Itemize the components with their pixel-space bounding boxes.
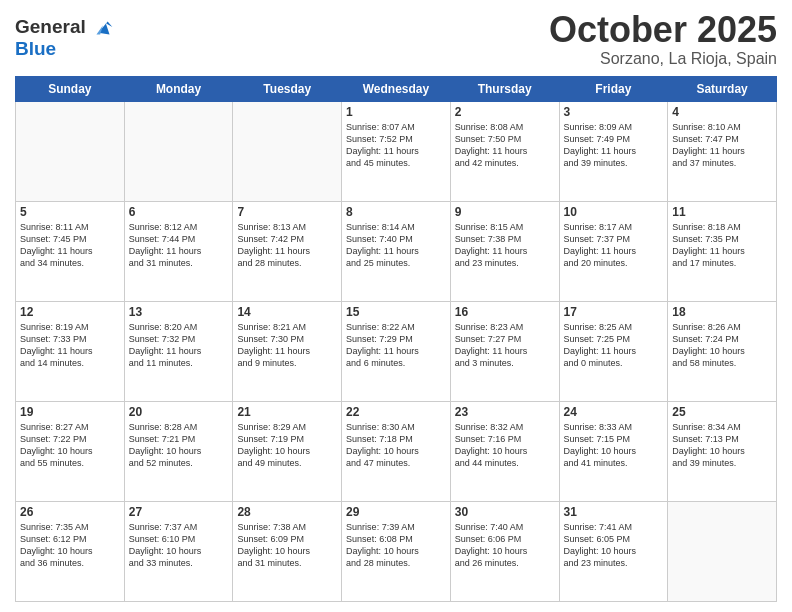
day-number: 28 [237,505,337,519]
day-info: Sunrise: 8:14 AM Sunset: 7:40 PM Dayligh… [346,221,446,270]
calendar-week-row: 5Sunrise: 8:11 AM Sunset: 7:45 PM Daylig… [16,201,777,301]
header: General Blue October 2025 Sorzano, La Ri… [15,10,777,68]
weekday-header-wednesday: Wednesday [342,76,451,101]
calendar-cell: 5Sunrise: 8:11 AM Sunset: 7:45 PM Daylig… [16,201,125,301]
day-number: 10 [564,205,664,219]
day-info: Sunrise: 8:22 AM Sunset: 7:29 PM Dayligh… [346,321,446,370]
day-info: Sunrise: 8:15 AM Sunset: 7:38 PM Dayligh… [455,221,555,270]
calendar-cell: 31Sunrise: 7:41 AM Sunset: 6:05 PM Dayli… [559,501,668,601]
day-number: 1 [346,105,446,119]
day-number: 3 [564,105,664,119]
calendar-cell: 30Sunrise: 7:40 AM Sunset: 6:06 PM Dayli… [450,501,559,601]
day-number: 11 [672,205,772,219]
weekday-header-friday: Friday [559,76,668,101]
calendar-cell: 28Sunrise: 7:38 AM Sunset: 6:09 PM Dayli… [233,501,342,601]
calendar-cell: 26Sunrise: 7:35 AM Sunset: 6:12 PM Dayli… [16,501,125,601]
day-info: Sunrise: 8:33 AM Sunset: 7:15 PM Dayligh… [564,421,664,470]
calendar-week-row: 12Sunrise: 8:19 AM Sunset: 7:33 PM Dayli… [16,301,777,401]
day-number: 8 [346,205,446,219]
day-info: Sunrise: 8:34 AM Sunset: 7:13 PM Dayligh… [672,421,772,470]
page: General Blue October 2025 Sorzano, La Ri… [0,0,792,612]
day-number: 2 [455,105,555,119]
day-info: Sunrise: 8:29 AM Sunset: 7:19 PM Dayligh… [237,421,337,470]
calendar-cell: 3Sunrise: 8:09 AM Sunset: 7:49 PM Daylig… [559,101,668,201]
day-number: 27 [129,505,229,519]
calendar-cell: 21Sunrise: 8:29 AM Sunset: 7:19 PM Dayli… [233,401,342,501]
day-number: 18 [672,305,772,319]
calendar-cell: 8Sunrise: 8:14 AM Sunset: 7:40 PM Daylig… [342,201,451,301]
day-info: Sunrise: 8:21 AM Sunset: 7:30 PM Dayligh… [237,321,337,370]
month-title: October 2025 [549,10,777,50]
day-number: 22 [346,405,446,419]
calendar-week-row: 26Sunrise: 7:35 AM Sunset: 6:12 PM Dayli… [16,501,777,601]
day-number: 29 [346,505,446,519]
calendar-cell: 12Sunrise: 8:19 AM Sunset: 7:33 PM Dayli… [16,301,125,401]
day-info: Sunrise: 8:26 AM Sunset: 7:24 PM Dayligh… [672,321,772,370]
logo-general: General [15,16,86,37]
day-info: Sunrise: 8:09 AM Sunset: 7:49 PM Dayligh… [564,121,664,170]
calendar-cell: 17Sunrise: 8:25 AM Sunset: 7:25 PM Dayli… [559,301,668,401]
calendar-cell [124,101,233,201]
day-number: 25 [672,405,772,419]
day-info: Sunrise: 8:13 AM Sunset: 7:42 PM Dayligh… [237,221,337,270]
calendar-cell: 18Sunrise: 8:26 AM Sunset: 7:24 PM Dayli… [668,301,777,401]
day-number: 23 [455,405,555,419]
logo: General Blue [15,14,117,60]
calendar-cell: 1Sunrise: 8:07 AM Sunset: 7:52 PM Daylig… [342,101,451,201]
calendar-cell: 11Sunrise: 8:18 AM Sunset: 7:35 PM Dayli… [668,201,777,301]
day-info: Sunrise: 8:07 AM Sunset: 7:52 PM Dayligh… [346,121,446,170]
day-info: Sunrise: 8:23 AM Sunset: 7:27 PM Dayligh… [455,321,555,370]
day-number: 31 [564,505,664,519]
day-info: Sunrise: 8:18 AM Sunset: 7:35 PM Dayligh… [672,221,772,270]
day-number: 19 [20,405,120,419]
day-info: Sunrise: 7:39 AM Sunset: 6:08 PM Dayligh… [346,521,446,570]
calendar-header-row: SundayMondayTuesdayWednesdayThursdayFrid… [16,76,777,101]
calendar-cell: 9Sunrise: 8:15 AM Sunset: 7:38 PM Daylig… [450,201,559,301]
day-number: 14 [237,305,337,319]
day-info: Sunrise: 8:30 AM Sunset: 7:18 PM Dayligh… [346,421,446,470]
weekday-header-tuesday: Tuesday [233,76,342,101]
day-number: 24 [564,405,664,419]
day-info: Sunrise: 7:35 AM Sunset: 6:12 PM Dayligh… [20,521,120,570]
calendar-week-row: 1Sunrise: 8:07 AM Sunset: 7:52 PM Daylig… [16,101,777,201]
day-info: Sunrise: 8:12 AM Sunset: 7:44 PM Dayligh… [129,221,229,270]
day-number: 9 [455,205,555,219]
day-info: Sunrise: 8:11 AM Sunset: 7:45 PM Dayligh… [20,221,120,270]
day-info: Sunrise: 8:25 AM Sunset: 7:25 PM Dayligh… [564,321,664,370]
weekday-header-monday: Monday [124,76,233,101]
day-number: 12 [20,305,120,319]
day-number: 4 [672,105,772,119]
day-info: Sunrise: 8:10 AM Sunset: 7:47 PM Dayligh… [672,121,772,170]
calendar-week-row: 19Sunrise: 8:27 AM Sunset: 7:22 PM Dayli… [16,401,777,501]
calendar-cell: 2Sunrise: 8:08 AM Sunset: 7:50 PM Daylig… [450,101,559,201]
weekday-header-thursday: Thursday [450,76,559,101]
day-number: 26 [20,505,120,519]
calendar-cell: 14Sunrise: 8:21 AM Sunset: 7:30 PM Dayli… [233,301,342,401]
day-number: 17 [564,305,664,319]
logo-text: General Blue [15,14,117,60]
calendar-cell: 6Sunrise: 8:12 AM Sunset: 7:44 PM Daylig… [124,201,233,301]
day-info: Sunrise: 8:17 AM Sunset: 7:37 PM Dayligh… [564,221,664,270]
calendar-cell: 7Sunrise: 8:13 AM Sunset: 7:42 PM Daylig… [233,201,342,301]
logo-bird-icon [89,14,117,42]
calendar-cell: 25Sunrise: 8:34 AM Sunset: 7:13 PM Dayli… [668,401,777,501]
calendar-cell [16,101,125,201]
calendar-cell: 24Sunrise: 8:33 AM Sunset: 7:15 PM Dayli… [559,401,668,501]
day-info: Sunrise: 8:08 AM Sunset: 7:50 PM Dayligh… [455,121,555,170]
title-block: October 2025 Sorzano, La Rioja, Spain [549,10,777,68]
calendar-cell: 20Sunrise: 8:28 AM Sunset: 7:21 PM Dayli… [124,401,233,501]
calendar-cell [233,101,342,201]
day-number: 16 [455,305,555,319]
day-number: 13 [129,305,229,319]
day-info: Sunrise: 7:40 AM Sunset: 6:06 PM Dayligh… [455,521,555,570]
day-info: Sunrise: 8:27 AM Sunset: 7:22 PM Dayligh… [20,421,120,470]
location: Sorzano, La Rioja, Spain [549,50,777,68]
calendar-table: SundayMondayTuesdayWednesdayThursdayFrid… [15,76,777,602]
weekday-header-saturday: Saturday [668,76,777,101]
calendar-cell: 13Sunrise: 8:20 AM Sunset: 7:32 PM Dayli… [124,301,233,401]
day-number: 6 [129,205,229,219]
calendar-cell: 23Sunrise: 8:32 AM Sunset: 7:16 PM Dayli… [450,401,559,501]
calendar-cell: 19Sunrise: 8:27 AM Sunset: 7:22 PM Dayli… [16,401,125,501]
calendar-cell: 27Sunrise: 7:37 AM Sunset: 6:10 PM Dayli… [124,501,233,601]
day-info: Sunrise: 7:37 AM Sunset: 6:10 PM Dayligh… [129,521,229,570]
